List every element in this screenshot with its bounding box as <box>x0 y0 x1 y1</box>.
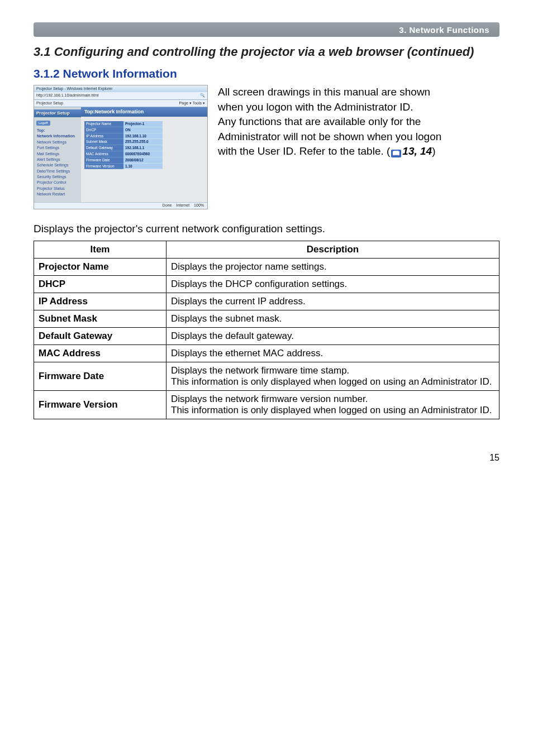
ss-footer-done: Done <box>163 203 172 208</box>
ss-body: Projector Setup Logoff Top: Network Info… <box>34 107 207 202</box>
ss-info-row: Firmware Date2008/08/12 <box>84 157 204 164</box>
table-row: Firmware VersionDisplays the network fir… <box>34 390 499 419</box>
embedded-screenshot: Projector Setup - Windows Internet Explo… <box>34 85 208 209</box>
ss-nav-item: Projector Status <box>34 186 81 192</box>
chapter-header-text: 3. Network Functions <box>399 25 489 35</box>
ss-tab-bar: Projector Setup Page ▾ Tools ▾ <box>34 100 207 107</box>
ss-search-placeholder: 🔍 <box>200 93 205 98</box>
ss-info-row: MAC Address000087E04560 <box>84 151 204 157</box>
displays-text: Displays the projector's current network… <box>34 223 499 235</box>
page-number: 15 <box>34 453 499 463</box>
ss-nav-item: Network Settings <box>34 140 81 145</box>
ss-sidebar: Projector Setup Logoff Top: Network Info… <box>34 107 81 202</box>
info-table: Item Description Projector NameDisplays … <box>34 241 499 419</box>
table-row: Projector NameDisplays the projector nam… <box>34 258 499 275</box>
table-row: DHCPDisplays the DHCP configuration sett… <box>34 275 499 293</box>
ss-nav-item: Alert Settings <box>34 157 81 162</box>
table-row: Firmware DateDisplays the network firmwa… <box>34 362 499 390</box>
ss-nav-item: Network Restart <box>34 192 81 197</box>
ss-nav-item: Date/Time Settings <box>34 169 81 174</box>
ss-nav-item: Port Settings <box>34 145 81 151</box>
ss-address-text: http://192.168.1.10/admin/main.html <box>36 93 99 98</box>
ss-info-row: Default Gateway192.168.1.1 <box>84 145 204 151</box>
reference-pages: 13, 14 <box>402 145 432 157</box>
ss-nav-item: Top: <box>34 128 81 133</box>
ss-window-title: Projector Setup - Windows Internet Explo… <box>34 85 207 92</box>
table-header-row: Item Description <box>34 241 499 258</box>
ss-tools-text: Page ▾ Tools ▾ <box>179 101 205 106</box>
intro-line: when you logon with the Administrator ID… <box>218 101 413 113</box>
intro-text-block: All screen drawings in this manual are s… <box>218 85 499 159</box>
ss-nav-item: Security Settings <box>34 174 81 180</box>
table-body: Projector NameDisplays the projector nam… <box>34 258 499 419</box>
ss-nav-item: Network Information <box>34 133 81 139</box>
ss-tab-text: Projector Setup <box>36 101 63 106</box>
ss-info-row: Firmware Version1.10 <box>84 164 204 170</box>
ss-address-bar: http://192.168.1.10/admin/main.html 🔍 <box>34 92 207 99</box>
ss-nav-item: Projector Control <box>34 180 81 185</box>
book-icon <box>391 150 401 157</box>
continued-title: 3.1 Configuring and controlling the proj… <box>34 45 499 59</box>
ss-logoff-button: Logoff <box>36 121 50 126</box>
ss-info-row: IP Address192.168.1.10 <box>84 133 204 140</box>
ss-info-row: Projector NameProjector-1 <box>84 121 204 127</box>
ss-main-bar: Top:Network Information <box>81 107 207 117</box>
intro-row: Projector Setup - Windows Internet Explo… <box>34 85 499 209</box>
document-page: 3. Network Functions 3.1 Configuring and… <box>0 0 533 485</box>
table-row: MAC AddressDisplays the ethernet MAC add… <box>34 344 499 362</box>
table-row: Default GatewayDisplays the default gate… <box>34 327 499 344</box>
ss-nav-item: Schedule Settings <box>34 162 81 168</box>
table-row: Subnet MaskDisplays the subnet mask. <box>34 310 499 327</box>
header-item: Item <box>34 241 166 258</box>
intro-close: ) <box>432 145 435 157</box>
ss-footer-zone: Internet <box>176 203 189 208</box>
ss-status-bar: Done Internet 100% <box>34 202 207 208</box>
intro-line: Any functions that are available only fo… <box>218 116 421 127</box>
ss-info-table: Projector NameProjector-1 DHCPON IP Addr… <box>84 121 204 169</box>
section-title: 3.1.2 Network Information <box>34 67 499 80</box>
table-row: IP AddressDisplays the current IP addres… <box>34 293 499 310</box>
intro-line: All screen drawings in this manual are s… <box>218 86 430 98</box>
ss-nav-item: Mail Settings <box>34 151 81 157</box>
ss-main: Top:Network Information Projector NamePr… <box>81 107 207 202</box>
intro-line: with the User ID. Refer to the table. ( <box>218 145 390 157</box>
ss-info-row: Subnet Mask255.255.255.0 <box>84 139 204 145</box>
ss-side-header: Projector Setup <box>34 109 81 117</box>
ss-info-row: DHCPON <box>84 127 204 133</box>
header-description: Description <box>166 241 499 258</box>
intro-line: Administrator will not be shown when you… <box>218 131 441 142</box>
chapter-header-bar: 3. Network Functions <box>34 22 499 37</box>
ss-footer-zoom: 100% <box>194 203 204 208</box>
